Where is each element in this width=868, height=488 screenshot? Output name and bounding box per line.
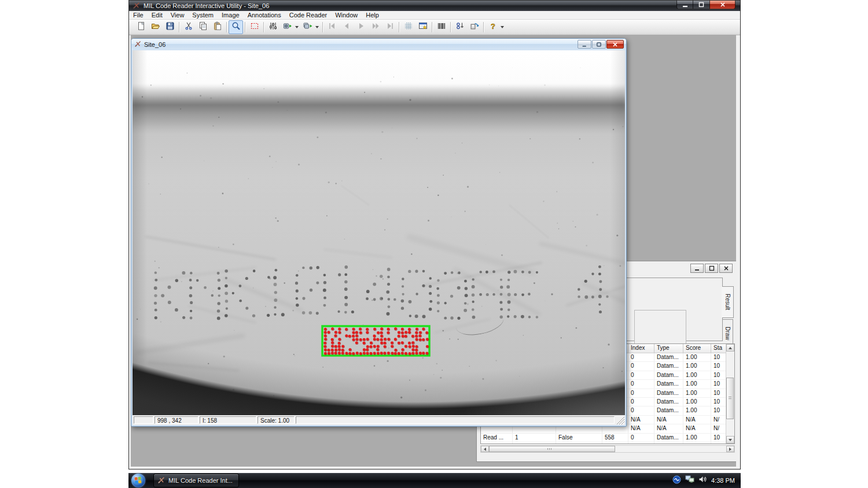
menu-image[interactable]: Image xyxy=(218,11,244,19)
chevron-down-icon[interactable] xyxy=(295,26,299,28)
menu-code-reader[interactable]: Code Reader xyxy=(285,11,331,19)
image-status-bar: 998 , 342 I: 158 Scale: 1.00 xyxy=(133,415,625,425)
grid-icon xyxy=(404,21,413,33)
scroll-right-icon[interactable] xyxy=(726,446,734,452)
minimize-icon[interactable] xyxy=(690,264,704,273)
vertical-scroll-thumb[interactable] xyxy=(726,378,734,419)
adjust-button[interactable] xyxy=(266,20,280,34)
menu-annotations[interactable]: Annotations xyxy=(244,11,285,19)
menu-window[interactable]: Window xyxy=(331,11,362,19)
minimize-icon[interactable] xyxy=(578,40,591,49)
menu-system[interactable]: System xyxy=(188,11,218,19)
reader-settings-button[interactable] xyxy=(453,20,467,34)
toolbar-separator xyxy=(245,22,245,32)
barcode-icon xyxy=(437,21,446,33)
scroll-up-icon[interactable] xyxy=(726,344,734,352)
save-button[interactable] xyxy=(163,20,177,34)
minimize-icon[interactable] xyxy=(676,1,693,9)
close-icon[interactable] xyxy=(709,1,735,9)
restore-icon[interactable] xyxy=(592,40,606,49)
scroll-left-icon[interactable] xyxy=(481,446,489,452)
resize-grip[interactable] xyxy=(616,416,624,424)
table-cell: Datam... xyxy=(654,434,683,442)
inspection-image[interactable] xyxy=(133,50,625,415)
table-cell: Datam... xyxy=(654,442,683,444)
table-cell: Read ... xyxy=(481,434,513,442)
table-cell: 0 xyxy=(628,353,654,361)
table-cell: Datam... xyxy=(654,380,683,388)
menu-view[interactable]: View xyxy=(167,11,189,19)
table-cell: N/A xyxy=(628,416,654,424)
app-titlebar[interactable]: MIL Code Reader Interactive Utility - Si… xyxy=(129,1,740,11)
column-header-sta[interactable]: Sta xyxy=(711,344,726,353)
taskbar-app-button[interactable]: MIL Code Reader Int... xyxy=(153,474,239,487)
table-cell: 10 xyxy=(711,371,726,379)
table-cell: 0 xyxy=(628,362,654,370)
roi-button[interactable] xyxy=(247,20,262,34)
copy-button[interactable] xyxy=(196,20,210,34)
volume-icon[interactable] xyxy=(698,475,707,486)
image-window-titlebar[interactable]: Site_06 xyxy=(131,39,626,50)
start-button[interactable] xyxy=(131,474,145,487)
open-button[interactable] xyxy=(148,20,163,34)
zoom-button[interactable] xyxy=(229,20,243,34)
taskbar-clock[interactable]: 4:38 PM xyxy=(711,477,735,484)
chevron-down-icon[interactable] xyxy=(501,26,504,28)
chevron-down-icon[interactable] xyxy=(315,26,319,28)
vertical-scrollbar[interactable] xyxy=(726,344,734,443)
nav-last-icon xyxy=(385,21,395,33)
table-cell: 0 xyxy=(628,389,654,397)
table-cell: 0 xyxy=(628,442,654,444)
table-cell: N/ xyxy=(711,424,726,432)
antivirus-icon[interactable] xyxy=(672,475,681,486)
close-icon[interactable] xyxy=(719,264,733,273)
nav-play-button xyxy=(354,20,368,34)
column-header-index[interactable]: Index xyxy=(628,344,654,353)
paste-button xyxy=(210,20,225,34)
menu-file[interactable]: File xyxy=(129,11,148,19)
svg-text:?: ? xyxy=(491,22,495,31)
table-cell: 1.00 xyxy=(683,442,711,444)
nav-prev-button xyxy=(339,20,354,34)
maximize-icon[interactable] xyxy=(693,1,709,9)
status-empty xyxy=(134,416,153,424)
table-cell: 1.00 xyxy=(683,362,711,370)
table-row[interactable]: Read ...1False5580Datam...1.0010 xyxy=(481,434,734,442)
menu-bar: FileEditViewSystemImageAnnotationsCode R… xyxy=(129,11,740,20)
new-button[interactable] xyxy=(134,20,148,34)
image-window-controls xyxy=(578,40,624,49)
display-settings-button[interactable] xyxy=(415,20,430,34)
image-window-title: Site_06 xyxy=(144,41,165,48)
table-cell: N/ xyxy=(711,416,726,424)
table-cell: N/A xyxy=(628,424,654,432)
close-icon[interactable] xyxy=(606,40,624,49)
barcode-button[interactable] xyxy=(434,20,448,34)
column-header-type[interactable]: Type xyxy=(654,344,683,353)
status-coordinates: 998 , 342 xyxy=(155,416,198,424)
results-window-controls xyxy=(690,264,733,273)
grab-single-button[interactable] xyxy=(280,20,295,34)
export-result-button[interactable] xyxy=(467,20,481,34)
network-icon[interactable] xyxy=(685,475,694,486)
app-icon xyxy=(134,40,142,48)
table-cell: Datam... xyxy=(654,398,683,406)
horizontal-scroll-thumb[interactable] xyxy=(489,446,615,452)
menu-help[interactable]: Help xyxy=(362,11,383,19)
cut-button[interactable] xyxy=(181,20,196,34)
menu-edit[interactable]: Edit xyxy=(148,11,167,19)
tab-result[interactable]: Result xyxy=(722,286,734,318)
table-cell: 10 xyxy=(711,380,726,388)
restore-icon[interactable] xyxy=(705,264,718,273)
table-cell: 1 xyxy=(513,434,556,442)
scroll-down-icon[interactable] xyxy=(726,436,734,443)
grab-continuous-button[interactable] xyxy=(300,20,315,34)
status-intensity: I: 158 xyxy=(200,416,256,424)
horizontal-scrollbar[interactable] xyxy=(480,445,735,453)
table-row[interactable]: Read ...1False5580Datam...1.0010 xyxy=(481,442,734,444)
cut-icon xyxy=(184,21,193,33)
column-header-score[interactable]: Score xyxy=(683,344,711,353)
help-button[interactable]: ? xyxy=(486,20,500,34)
table-cell: 1.00 xyxy=(683,398,711,406)
table-cell: N/A xyxy=(654,424,683,432)
grid-button[interactable] xyxy=(401,20,415,34)
